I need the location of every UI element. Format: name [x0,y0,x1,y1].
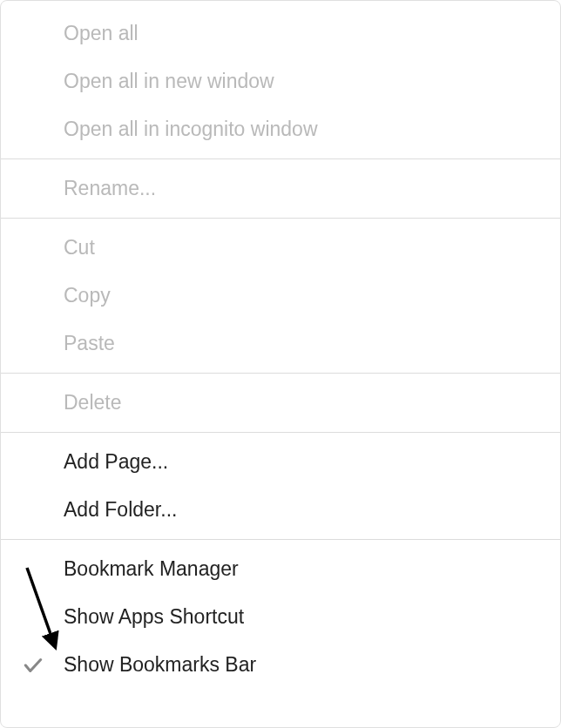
menu-item-label: Open all in new window [64,70,274,93]
menu-item-label: Show Apps Shortcut [64,605,244,629]
menu-separator [1,432,560,433]
menu-item-open-all[interactable]: Open all [1,10,560,57]
menu-item-bookmark-manager[interactable]: Bookmark Manager [1,545,560,593]
menu-item-label: Show Bookmarks Bar [64,653,256,677]
menu-item-label: Open all in incognito window [64,118,318,141]
menu-item-label: Add Folder... [64,498,177,522]
menu-item-open-all-incognito[interactable]: Open all in incognito window [1,105,560,153]
menu-item-label: Paste [64,332,115,355]
menu-item-label: Copy [64,284,111,307]
menu-item-delete[interactable]: Delete [1,379,560,427]
menu-item-open-all-new-window[interactable]: Open all in new window [1,57,560,105]
menu-separator [1,158,560,159]
check-icon [22,654,44,677]
menu-item-label: Rename... [64,177,156,200]
menu-separator [1,539,560,540]
menu-item-rename[interactable]: Rename... [1,165,560,212]
menu-item-paste[interactable]: Paste [1,320,560,367]
menu-item-add-page[interactable]: Add Page... [1,438,560,486]
bookmarks-context-menu: Open all Open all in new window Open all… [0,0,561,728]
menu-item-copy[interactable]: Copy [1,272,560,320]
menu-item-label: Add Page... [64,450,168,474]
menu-separator [1,373,560,374]
menu-separator [1,218,560,219]
menu-item-add-folder[interactable]: Add Folder... [1,486,560,534]
menu-item-cut[interactable]: Cut [1,224,560,272]
menu-item-show-bookmarks-bar[interactable]: Show Bookmarks Bar [1,641,560,689]
menu-item-label: Open all [64,22,139,45]
menu-item-show-apps-shortcut[interactable]: Show Apps Shortcut [1,593,560,641]
menu-item-label: Delete [64,391,121,415]
menu-item-label: Bookmark Manager [64,557,239,581]
menu-item-label: Cut [64,236,95,260]
